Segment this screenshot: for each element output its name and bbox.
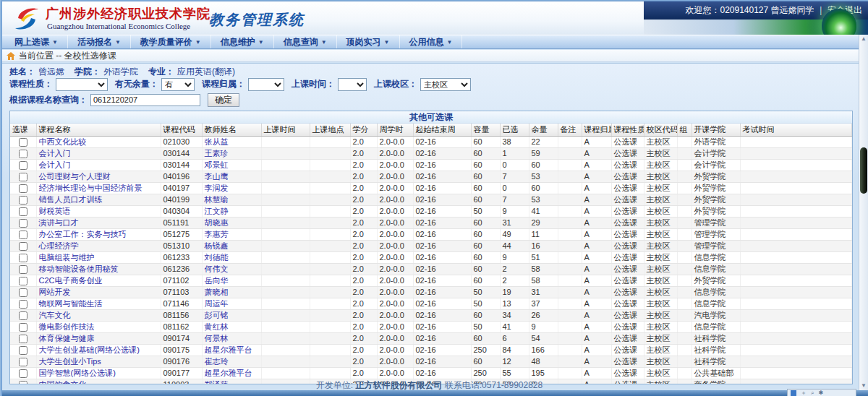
cell-teacher-name[interactable]: 王素珍 xyxy=(202,148,261,160)
page-scrollbar[interactable]: ▲ ▼ xyxy=(859,35,868,390)
course-nature-select[interactable] xyxy=(56,78,108,91)
cell-teacher-name[interactable]: 胡晓惠 xyxy=(202,218,261,229)
cell-college: 信息学院 xyxy=(692,287,740,298)
campus-select[interactable]: 主校区 xyxy=(420,78,471,91)
select-course-checkbox[interactable] xyxy=(19,219,27,228)
column-header-class-place: 上课地点 xyxy=(310,124,350,137)
select-course-checkbox[interactable] xyxy=(19,288,27,297)
select-course-checkbox[interactable] xyxy=(19,277,27,285)
select-course-checkbox[interactable] xyxy=(19,300,27,309)
cell-teacher-name[interactable]: 林慧瑜 xyxy=(202,194,261,206)
cell-teacher-name[interactable]: 黄红林 xyxy=(202,322,261,333)
select-course-checkbox[interactable] xyxy=(19,369,27,378)
scroll-up-button[interactable]: ▲ xyxy=(859,35,868,43)
cell-course-name[interactable]: 会计入门 xyxy=(36,148,161,160)
cell-course-name[interactable]: 中西文化比较 xyxy=(36,137,161,148)
select-course-checkbox[interactable] xyxy=(19,196,27,205)
cell-teacher-name[interactable]: 杨锐鑫 xyxy=(202,241,261,252)
cell-course-name[interactable]: 电脑组装与维护 xyxy=(36,252,161,264)
class-time-select[interactable] xyxy=(338,78,367,91)
select-course-checkbox[interactable] xyxy=(19,323,27,332)
cell-course-name[interactable]: 公司理财与个人理财 xyxy=(36,171,161,183)
gear-icon[interactable]: ✱ xyxy=(818,390,823,396)
select-course-checkbox[interactable] xyxy=(19,231,27,239)
cell-teacher-name[interactable]: 岳向华 xyxy=(202,275,261,287)
nav-item-teaching-quality-evaluation[interactable]: 教学质量评价▼ xyxy=(131,35,211,48)
select-course-checkbox[interactable] xyxy=(19,138,27,147)
cell-course-name[interactable]: 移动智能设备使用秘笈 xyxy=(36,264,161,275)
select-course-checkbox[interactable] xyxy=(19,173,27,181)
cell-course-name[interactable]: 演讲与口才 xyxy=(36,218,161,229)
course-search-input[interactable] xyxy=(90,94,200,106)
cell-teacher-name[interactable]: 江文静 xyxy=(202,206,261,218)
nav-item-online-course-selection[interactable]: 网上选课▼ xyxy=(5,35,68,48)
cell-teacher-name[interactable]: 刘德能 xyxy=(202,252,261,264)
select-course-checkbox[interactable] xyxy=(19,346,27,355)
select-course-checkbox[interactable] xyxy=(19,207,27,216)
cell-teacher-name[interactable]: 邓景虹 xyxy=(202,160,261,171)
cell-teacher-name[interactable]: 张从益 xyxy=(202,137,261,148)
cell-teacher-name[interactable]: 彭可铭 xyxy=(202,310,261,322)
cell-course-name[interactable]: 办公室工作：实务与技巧 xyxy=(36,229,161,241)
remainder-select[interactable]: 有 xyxy=(161,78,195,91)
cell-course-belong: A xyxy=(582,241,611,252)
select-course-checkbox[interactable] xyxy=(19,254,27,262)
cell-exam-time xyxy=(740,160,852,171)
confirm-button[interactable]: 确定 xyxy=(208,93,239,107)
nav-item-public-info[interactable]: 公用信息▼ xyxy=(400,35,463,48)
cell-course-name[interactable]: 汽车文化 xyxy=(36,310,161,322)
cell-course-name[interactable]: 心理经济学 xyxy=(36,241,161,252)
cell-course-name[interactable]: 大学生创业基础(网络公选课) xyxy=(36,345,161,356)
course-belong-select[interactable] xyxy=(248,78,284,91)
cell-teacher-name[interactable]: 萧晓相 xyxy=(202,287,261,298)
cell-teacher-name[interactable]: 李山鹰 xyxy=(202,171,261,183)
select-course-checkbox[interactable] xyxy=(19,184,27,193)
nav-item-activity-registration[interactable]: 活动报名▼ xyxy=(68,35,131,48)
cell-select xyxy=(10,171,36,183)
cell-teacher-name[interactable]: 李润发 xyxy=(202,183,261,194)
cell-course-name[interactable]: 国学智慧(网络公选课) xyxy=(36,368,161,379)
window-frame-top xyxy=(0,0,868,1)
cell-group xyxy=(677,241,692,252)
nav-item-internship[interactable]: 顶岗实习▼ xyxy=(337,35,400,48)
cell-course-name[interactable]: C2C电子商务创业 xyxy=(36,275,161,287)
magnifier-icon[interactable]: ⌕ xyxy=(811,390,814,396)
cell-class-place xyxy=(310,333,350,345)
cell-course-name[interactable]: 物联网与智能生活 xyxy=(36,298,161,310)
cell-teacher-name[interactable]: 超星尔雅平台 xyxy=(202,368,261,379)
cell-course-name[interactable]: 经济增长理论与中国经济前景 xyxy=(36,183,161,194)
cell-course-name[interactable]: 财税英语 xyxy=(36,206,161,218)
cell-teacher-name[interactable]: 崔志玲 xyxy=(202,356,261,368)
cell-teacher-name[interactable]: 超星尔雅平台 xyxy=(202,345,261,356)
cell-credit: 2.0 xyxy=(350,218,377,229)
cell-course-name[interactable]: 体育保健与健康 xyxy=(36,333,161,345)
select-course-checkbox[interactable] xyxy=(19,335,27,343)
select-course-checkbox[interactable] xyxy=(19,150,27,158)
select-course-checkbox[interactable] xyxy=(19,242,27,251)
plus-icon[interactable]: ＋ xyxy=(801,390,807,396)
cell-teacher-name[interactable]: 何伟文 xyxy=(202,264,261,275)
scrollbar-thumb[interactable] xyxy=(860,147,867,194)
cell-teacher-name[interactable]: 李惠芳 xyxy=(202,229,261,241)
cell-class-time xyxy=(261,241,310,252)
select-course-checkbox[interactable] xyxy=(19,358,27,366)
cell-course-name[interactable]: 微电影创作技法 xyxy=(36,322,161,333)
cell-group xyxy=(677,229,692,241)
cell-teacher-name[interactable]: 何景林 xyxy=(202,333,261,345)
table-row: 大学生创业小Tips090176崔志玲2.02.0-0.002-16601248… xyxy=(10,356,852,368)
cell-teacher-name[interactable]: 周运年 xyxy=(202,298,261,310)
browser-toolbar-icon[interactable] xyxy=(791,390,796,396)
select-course-checkbox[interactable] xyxy=(19,161,27,170)
cell-course-name[interactable]: 销售人员口才训练 xyxy=(36,194,161,206)
select-course-checkbox[interactable] xyxy=(19,265,27,274)
cell-class-place xyxy=(310,310,350,322)
cell-course-name[interactable]: 网站开发 xyxy=(36,287,161,298)
select-course-checkbox[interactable] xyxy=(19,311,27,320)
cell-course-name[interactable]: 大学生创业小Tips xyxy=(36,356,161,368)
nav-item-info-query[interactable]: 信息查询▼ xyxy=(274,35,337,48)
course-table-panel: 其他可选课 选课课程名称课程代码教师姓名上课时间上课地点学分周学时起始结束周容量… xyxy=(9,111,853,384)
nav-item-info-maintenance[interactable]: 信息维护▼ xyxy=(211,35,274,48)
cell-remaining: 51 xyxy=(529,252,558,264)
scroll-down-button[interactable]: ▼ xyxy=(859,382,868,390)
cell-course-name[interactable]: 会计入门 xyxy=(36,160,161,171)
